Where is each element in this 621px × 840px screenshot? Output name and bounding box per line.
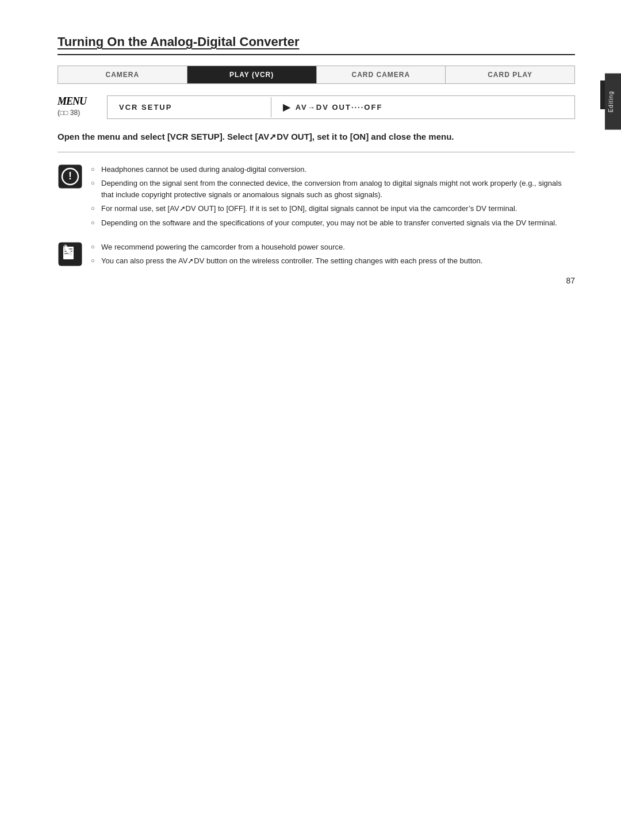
tip-list: We recommend powering the camcorder from… <box>91 241 575 269</box>
page-title: Turning On the Analog-Digital Converter <box>57 34 575 55</box>
menu-right-text: AV→DV OUT····OFF <box>296 103 383 112</box>
tip-section: We recommend powering the camcorder from… <box>57 241 575 269</box>
editing-tab: Editing <box>605 74 621 130</box>
caution-item-3: Depending on the software and the specif… <box>91 217 575 229</box>
page-number: 87 <box>566 276 575 285</box>
menu-item-vcr-setup: VCR SETUP <box>108 97 271 117</box>
caution-icon: ! <box>57 164 83 189</box>
caution-item-2: For normal use, set [AV➚DV OUT] to [OFF]… <box>91 203 575 214</box>
caution-item-0: Headphones cannot be used during analog-… <box>91 164 575 175</box>
instruction-heading: Open the menu and select [VCR SETUP]. Se… <box>57 131 575 152</box>
menu-arrow-icon: ▶ <box>283 102 291 113</box>
caution-section: ! Headphones cannot be used during analo… <box>57 164 575 231</box>
note-icon <box>57 241 83 267</box>
tab-play-vcr[interactable]: PLAY (VCR) <box>187 66 317 83</box>
menu-section: MENU (□□ 38) VCR SETUP ▶ AV→DV OUT····OF… <box>57 95 575 119</box>
page-container: E Editing Turning On the Analog-Digital … <box>0 0 621 314</box>
svg-text:!: ! <box>68 170 72 182</box>
tip-item-0: We recommend powering the camcorder from… <box>91 241 575 253</box>
menu-item-av-dv-out: ▶ AV→DV OUT····OFF <box>271 96 574 118</box>
menu-box: VCR SETUP ▶ AV→DV OUT····OFF <box>107 95 575 119</box>
tab-card-play[interactable]: CARD PLAY <box>446 66 574 83</box>
tab-camera[interactable]: CAMERA <box>58 66 187 83</box>
mode-tabs-bar: CAMERA PLAY (VCR) CARD CAMERA CARD PLAY <box>57 66 575 84</box>
caution-list: Headphones cannot be used during analog-… <box>91 164 575 231</box>
menu-label: MENU <box>57 95 86 108</box>
caution-item-1: Depending on the signal sent from the co… <box>91 178 575 201</box>
menu-label-block: MENU (□□ 38) <box>57 95 98 119</box>
tab-card-camera[interactable]: CARD CAMERA <box>317 66 446 83</box>
tip-item-1: You can also press the AV➚DV button on t… <box>91 255 575 267</box>
menu-sub: (□□ 38) <box>57 109 80 117</box>
